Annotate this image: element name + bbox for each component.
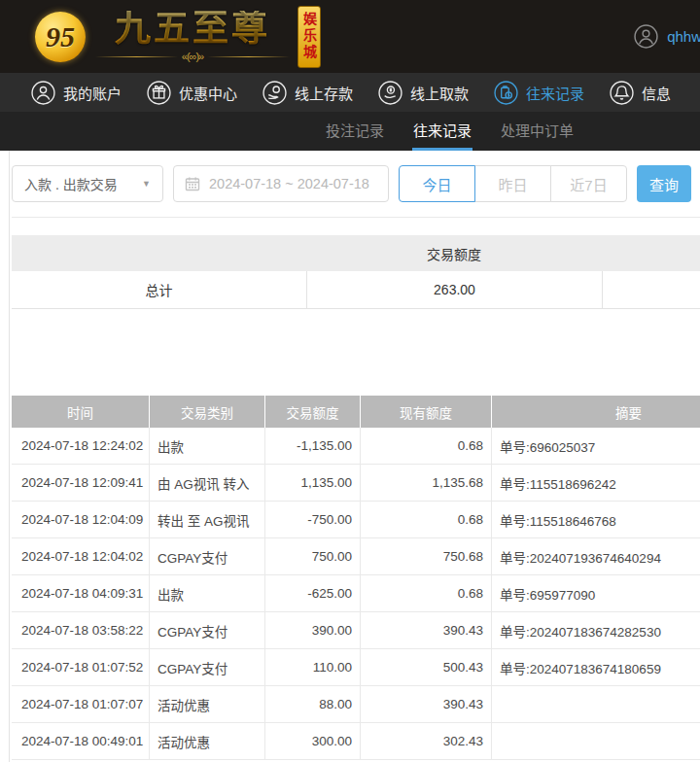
cell-balance: 390.43: [360, 686, 491, 722]
col-header-type: 交易类别: [149, 396, 264, 428]
cell-time: 2024-07-18 12:04:09: [12, 502, 149, 537]
nav-item-messages[interactable]: 信息: [610, 81, 671, 105]
table-row: 2024-07-18 01:07:52 CGPAY支付 110.00 500.4…: [12, 649, 700, 686]
cell-amount: 300.00: [264, 723, 360, 759]
cell-balance: 390.43: [360, 612, 491, 648]
cell-type: CGPAY支付: [149, 538, 264, 574]
today-button[interactable]: 今日: [399, 165, 475, 202]
table-row: 2024-07-18 00:49:01 活动优惠 300.00 302.43: [12, 723, 700, 760]
gift-icon: [147, 81, 171, 105]
cell-amount: 110.00: [264, 649, 360, 685]
last7days-button[interactable]: 近7日: [550, 165, 627, 202]
cell-balance: 0.68: [360, 502, 491, 537]
cell-time: 2024-07-18 12:09:41: [12, 465, 149, 501]
cell-note: 单号:696025037: [491, 428, 700, 464]
cell-type: 出款: [149, 428, 264, 464]
cell-amount: -1,135.00: [264, 428, 360, 464]
brand-title: 九五至尊: [115, 11, 270, 47]
brand-logo[interactable]: 95 九五至尊 «(∞)» 娱乐城: [35, 6, 321, 68]
cell-amount: -625.00: [264, 575, 360, 611]
cell-balance: 0.68: [360, 575, 491, 611]
cell-note: 单号:695977090: [491, 575, 700, 611]
cell-type: CGPAY支付: [149, 649, 264, 685]
cell-note: 单号:115518646768: [491, 502, 700, 537]
user-account[interactable]: qhhw: [634, 24, 700, 49]
bell-icon: [610, 81, 634, 105]
cell-time: 2024-07-18 03:58:22: [12, 612, 149, 648]
top-header: 95 九五至尊 «(∞)» 娱乐城 qhhw: [0, 0, 700, 73]
records-icon: [494, 81, 518, 105]
cell-amount: 390.00: [264, 612, 360, 648]
main-nav: 我的账户 优惠中心 线上存款 线上取款 往来记录: [0, 73, 700, 112]
cell-time: 2024-07-18 01:07:52: [12, 649, 149, 685]
date-range-input[interactable]: 2024-07-18 ~ 2024-07-18: [173, 165, 389, 202]
cell-note: 单号:202407183674282530: [491, 612, 700, 648]
cell-type: 活动优惠: [149, 723, 264, 759]
col-header-balance: 现有额度: [360, 396, 491, 428]
summary-amount-header: 交易额度: [306, 244, 602, 263]
nav-item-records[interactable]: 往来记录: [494, 81, 584, 105]
cell-note: 单号:115518696242: [491, 465, 700, 501]
flourish-ornament: «(∞)»: [95, 51, 290, 62]
cell-note: [491, 686, 700, 722]
table-row: 2024-07-18 04:09:31 出款 -625.00 0.68 单号:6…: [12, 575, 700, 612]
nav-item-my-account[interactable]: 我的账户: [31, 81, 122, 105]
summary-total-value: 263.00: [306, 271, 602, 308]
cell-note: [491, 723, 700, 759]
cell-balance: 500.43: [360, 649, 491, 685]
cell-time: 2024-07-18 04:09:31: [12, 575, 149, 611]
date-range-value: 2024-07-18 ~ 2024-07-18: [209, 176, 369, 191]
cell-time: 2024-07-18 12:24:02: [12, 428, 149, 464]
nav-item-promotions[interactable]: 优惠中心: [147, 81, 237, 105]
cell-balance: 1,135.68: [360, 465, 491, 501]
cell-amount: 1,135.00: [264, 465, 360, 501]
brand-badge: 娱乐城: [298, 6, 321, 68]
col-header-note: 摘要: [491, 396, 700, 428]
cell-balance: 302.43: [360, 723, 491, 759]
tab-transaction-records[interactable]: 往来记录: [413, 112, 472, 151]
quick-date-group: 今日 昨日 近7日: [399, 165, 627, 202]
summary-header-row: 交易额度: [12, 235, 700, 271]
page-body: 入款 . 出款交易 ▼ 2024-07-18 ~ 2024-07-18 今日 昨…: [0, 151, 700, 762]
col-header-amount: 交易额度: [264, 396, 360, 428]
divider: [12, 217, 700, 218]
cell-type: 由 AG视讯 转入: [149, 465, 264, 501]
username: qhhw: [667, 28, 700, 45]
record-tabs: 投注记录 往来记录 处理中订单: [0, 112, 700, 151]
search-button[interactable]: 查询: [637, 165, 691, 202]
nav-label: 往来记录: [526, 83, 584, 103]
cell-type: 活动优惠: [149, 686, 264, 722]
table-row: 2024-07-18 12:04:09 转出 至 AG视讯 -750.00 0.…: [12, 502, 700, 538]
table-row: 2024-07-18 01:07:07 活动优惠 88.00 390.43: [12, 686, 700, 723]
cell-time: 2024-07-18 01:07:07: [12, 686, 149, 722]
table-row: 2024-07-18 12:09:41 由 AG视讯 转入 1,135.00 1…: [12, 465, 700, 502]
cell-type: CGPAY支付: [149, 612, 264, 648]
select-value: 入款 . 出款交易: [24, 174, 118, 193]
summary-total-row: 总计 263.00: [12, 271, 700, 309]
withdraw-icon: [378, 81, 402, 105]
cell-amount: 88.00: [264, 686, 360, 722]
cell-type: 出款: [149, 575, 264, 611]
nav-item-deposit[interactable]: 线上存款: [262, 81, 353, 105]
transactions-table: 时间 交易类别 交易额度 现有额度 摘要 2024-07-18 12:24:02…: [12, 396, 700, 760]
nav-label: 我的账户: [63, 83, 122, 103]
tab-processing-orders[interactable]: 处理中订单: [501, 112, 574, 151]
cell-note: 单号:202407193674640294: [491, 538, 700, 574]
tab-betting-records[interactable]: 投注记录: [326, 112, 384, 151]
cell-amount: 750.00: [264, 538, 360, 574]
chevron-down-icon: ▼: [142, 179, 151, 189]
col-header-time: 时间: [12, 396, 149, 428]
transaction-type-select[interactable]: 入款 . 出款交易 ▼: [12, 165, 163, 202]
yesterday-button[interactable]: 昨日: [474, 165, 551, 202]
cell-time: 2024-07-18 12:04:02: [12, 538, 149, 574]
coin-text: 95: [46, 20, 75, 53]
table-row: 2024-07-18 12:24:02 出款 -1,135.00 0.68 单号…: [12, 428, 700, 465]
user-avatar-icon: [634, 24, 658, 49]
nav-item-withdraw[interactable]: 线上取款: [378, 81, 469, 105]
left-border-line: [9, 151, 10, 762]
cell-balance: 750.68: [360, 538, 491, 574]
coin-95-icon: 95: [35, 12, 86, 62]
nav-label: 优惠中心: [179, 83, 237, 103]
table-row: 2024-07-18 12:04:02 CGPAY支付 750.00 750.6…: [12, 538, 700, 575]
summary-table: 交易额度 总计 263.00: [12, 235, 700, 309]
